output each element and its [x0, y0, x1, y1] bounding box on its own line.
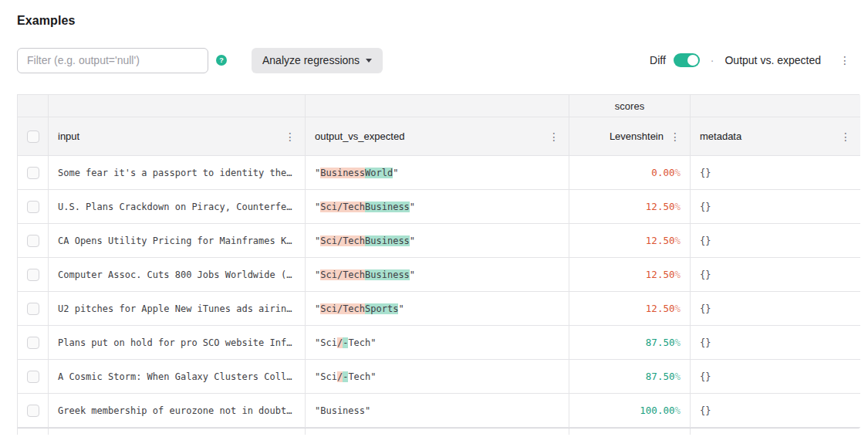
output-column-label: output_vs_expected: [315, 130, 404, 142]
input-cell[interactable]: Greek membership of eurozone not in doub…: [49, 394, 306, 428]
diff-plain-text: ": [315, 168, 320, 178]
percent-sign: %: [674, 235, 681, 246]
output-cell[interactable]: "BusinessWorld": [306, 156, 569, 190]
input-cell[interactable]: Plans put on hold for pro SCO website In…: [49, 326, 306, 360]
row-checkbox[interactable]: [27, 201, 39, 213]
score-value: 12.50%: [646, 235, 681, 246]
score-value: 87.50%: [646, 337, 681, 348]
row-checkbox[interactable]: [27, 337, 39, 349]
page-title: Examples: [17, 14, 860, 28]
score-cell[interactable]: 12.50%: [569, 224, 691, 258]
output-column-menu-icon[interactable]: ⋮: [549, 131, 559, 142]
input-cell[interactable]: A Cosmic Storm: When Galaxy Clusters Col…: [49, 360, 306, 394]
percent-sign: %: [674, 201, 681, 212]
score-cell[interactable]: 0.00%: [569, 156, 691, 190]
score-cell[interactable]: 12.50%: [569, 258, 691, 292]
input-column-label: input: [58, 130, 79, 142]
toolbar-right: Diff · Output vs. expected ⋮: [650, 53, 860, 67]
metadata-cell[interactable]: {}: [691, 258, 860, 292]
row-select-cell: [18, 190, 49, 224]
metadata-column-menu-icon[interactable]: ⋮: [840, 131, 851, 142]
output-cell[interactable]: "Sci/TechBusiness": [306, 190, 569, 224]
group-cell-output: [306, 95, 569, 117]
diff-deleted-text: /: [337, 371, 343, 382]
output-cell[interactable]: "Sci/-Tech": [306, 360, 569, 394]
header-cell-output[interactable]: output_vs_expected ⋮: [306, 117, 569, 156]
view-mode-label: Output vs. expected: [724, 54, 821, 66]
diff-inserted-text: Business: [365, 202, 410, 212]
row-checkbox[interactable]: [27, 303, 39, 315]
row-checkbox[interactable]: [27, 167, 39, 179]
column-header-row: input ⋮ output_vs_expected ⋮ Levenshtein…: [18, 117, 859, 156]
metadata-cell[interactable]: {}: [691, 394, 860, 428]
metadata-cell[interactable]: {}: [691, 224, 860, 258]
row-checkbox[interactable]: [27, 371, 39, 383]
input-cell[interactable]: CA Opens Utility Pricing for Mainframes …: [49, 224, 306, 258]
diff-inserted-text: Sports: [365, 303, 398, 314]
toolbar: ? Analyze regressions Diff · Output vs. …: [17, 47, 860, 73]
group-cell-scores: scores: [569, 95, 691, 117]
help-icon[interactable]: ?: [216, 55, 227, 66]
diff-deleted-text: Sci/Tech: [320, 202, 365, 212]
score-cell[interactable]: 87.50%: [569, 326, 691, 360]
row-select-cell: [18, 360, 49, 394]
diff-toggle[interactable]: [674, 53, 700, 67]
table-row: Computer Assoc. Cuts 800 Jobs Worldwide …: [18, 258, 859, 292]
levenshtein-column-menu-icon[interactable]: ⋮: [670, 131, 681, 142]
select-all-checkbox[interactable]: [27, 130, 39, 143]
diff-inserted-text: -: [343, 337, 348, 348]
row-select-cell: [18, 292, 49, 326]
toolbar-left: ? Analyze regressions: [17, 48, 383, 73]
diff-label: Diff: [650, 54, 666, 66]
table-row: A Cosmic Storm: When Galaxy Clusters Col…: [18, 360, 859, 394]
score-value: 12.50%: [646, 269, 681, 280]
row-checkbox[interactable]: [27, 235, 39, 247]
table-row: U2 pitches for Apple New iTunes ads airi…: [18, 292, 859, 326]
header-cell-input[interactable]: input ⋮: [49, 117, 306, 156]
diff-plain-text: "Sci: [315, 337, 337, 348]
levenshtein-column-label: Levenshtein: [610, 130, 664, 142]
output-cell[interactable]: "Sci/-Tech": [306, 326, 569, 360]
score-cell[interactable]: 87.50%: [569, 360, 691, 394]
diff-plain-text: "Business": [315, 405, 370, 416]
filter-input[interactable]: [17, 48, 208, 73]
score-value: 87.50%: [646, 371, 681, 382]
diff-plain-text: ": [315, 202, 320, 212]
metadata-cell[interactable]: {}: [691, 156, 860, 190]
diff-plain-text: ": [315, 269, 320, 280]
score-value: 0.00%: [651, 167, 681, 178]
metadata-cell[interactable]: {}: [691, 292, 860, 326]
analyze-regressions-button[interactable]: Analyze regressions: [252, 48, 383, 73]
output-cell[interactable]: "Business": [306, 394, 569, 428]
diff-plain-text: ": [410, 235, 415, 246]
diff-plain-text: ": [410, 202, 415, 212]
score-value: 12.50%: [646, 201, 681, 212]
input-cell[interactable]: U2 pitches for Apple New iTunes ads airi…: [49, 292, 306, 326]
output-cell[interactable]: "Sci/TechBusiness": [306, 258, 569, 292]
header-cell-metadata[interactable]: metadata ⋮: [691, 117, 860, 156]
chevron-down-icon: [366, 59, 372, 63]
diff-plain-text: "Sci: [315, 371, 337, 382]
view-options-menu-icon[interactable]: ⋮: [839, 55, 850, 66]
header-cell-score[interactable]: Levenshtein ⋮: [569, 117, 691, 156]
input-column-menu-icon[interactable]: ⋮: [285, 131, 296, 142]
score-cell[interactable]: 100.00%: [569, 394, 691, 428]
row-checkbox[interactable]: [27, 269, 39, 281]
page: Examples ? Analyze regressions Diff · Ou…: [0, 0, 868, 435]
metadata-cell[interactable]: {}: [691, 326, 860, 360]
score-value: 12.50%: [646, 303, 681, 314]
metadata-cell[interactable]: {}: [691, 360, 860, 394]
row-checkbox[interactable]: [27, 405, 39, 417]
input-cell[interactable]: U.S. Plans Crackdown on Piracy, Counterf…: [49, 190, 306, 224]
score-cell[interactable]: 12.50%: [569, 292, 691, 326]
row-select-cell: [18, 156, 49, 190]
input-cell[interactable]: Some fear it's a passport to identity th…: [49, 156, 306, 190]
group-header-row: scores: [18, 95, 859, 117]
percent-sign: %: [674, 371, 681, 382]
output-cell[interactable]: "Sci/TechSports": [306, 292, 569, 326]
metadata-cell[interactable]: {}: [691, 190, 860, 224]
input-cell[interactable]: Computer Assoc. Cuts 800 Jobs Worldwide …: [49, 258, 306, 292]
output-cell[interactable]: "Sci/TechBusiness": [306, 224, 569, 258]
group-cell-input: [49, 95, 306, 117]
score-cell[interactable]: 12.50%: [569, 190, 691, 224]
